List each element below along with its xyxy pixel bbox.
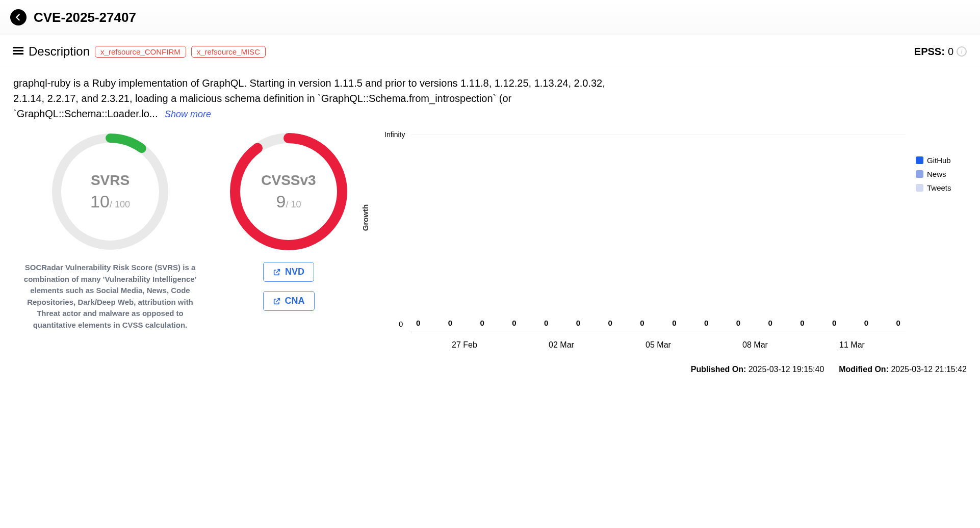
legend-item[interactable]: GitHub [916,156,967,165]
chart-point-labels: 0000000000000000 [416,319,900,327]
epss-value: 0 [948,46,953,58]
svrs-panel: SVRS 10/ 100 SOCRadar Vulnerability Risk… [13,130,207,331]
chart-point-label: 0 [448,319,452,327]
show-more-link[interactable]: Show more [165,109,211,119]
legend-item[interactable]: Tweets [916,183,967,192]
chart-point-label: 0 [800,319,804,327]
chart-x-labels: 27 Feb02 Mar05 Mar08 Mar11 Mar [416,340,900,350]
chart-point-label: 0 [544,319,548,327]
chart-point-label: 0 [480,319,484,327]
page-title: CVE-2025-27407 [34,10,136,25]
chart-x-label: 27 Feb [416,340,513,350]
legend-swatch [916,184,923,192]
chart-point-label: 0 [608,319,612,327]
arrow-left-icon [14,13,23,22]
chart-x-label: 11 Mar [804,340,900,350]
epss-score: EPSS: 0 i [914,46,967,58]
chart-x-label: 05 Mar [610,340,707,350]
modified-value: 2025-03-12 21:15:42 [891,365,967,374]
growth-chart: Growth Infinity 0 0000000000000000 27 Fe… [370,130,967,350]
legend-swatch [916,170,923,178]
cvss-label: CVSSv3 [261,172,316,189]
info-icon[interactable]: i [957,46,967,57]
chart-point-label: 0 [672,319,676,327]
svrs-max: / 100 [110,199,130,209]
description-body: graphql-ruby is a Ruby implementation of… [13,77,605,119]
chart-ylabel: Growth [361,204,370,231]
chart-point-label: 0 [704,319,708,327]
cvss-gauge: CVSSv3 9/ 10 [227,130,350,253]
svrs-gauge: SVRS 10/ 100 [49,130,171,253]
description-text: graphql-ruby is a Ruby implementation of… [0,66,632,130]
legend-label: News [927,170,946,178]
chart-point-label: 0 [864,319,868,327]
chart-point-label: 0 [768,319,772,327]
list-icon [13,47,23,56]
chart-x-axis [411,331,906,331]
epss-label: EPSS: [914,46,945,58]
published-value: 2025-03-12 19:15:40 [749,365,824,374]
nvd-link[interactable]: NVD [263,262,314,282]
cvss-score: 9 [276,192,286,211]
chart-point-label: 0 [832,319,836,327]
external-link-icon [273,268,281,276]
cna-link[interactable]: CNA [263,291,315,311]
chart-legend: GitHubNewsTweets [916,156,967,350]
chart-x-label: 02 Mar [513,340,610,350]
external-link-icon [273,297,281,305]
chart-y-max: Infinity [384,130,405,139]
chart-point-label: 0 [416,319,420,327]
published-label: Published On: [691,365,746,374]
cvss-panel: CVSSv3 9/ 10 NVD CNA [222,130,355,311]
svrs-score: 10 [90,192,110,211]
legend-item[interactable]: News [916,170,967,178]
chart-point-label: 0 [512,319,516,327]
description-heading: Description [29,44,90,59]
dates-footer: Published On: 2025-03-12 19:15:40 Modifi… [0,350,980,379]
cvss-max: / 10 [286,199,301,209]
back-button[interactable] [10,9,27,25]
legend-label: GitHub [927,156,951,165]
chart-point-label: 0 [576,319,580,327]
chart-x-label: 08 Mar [707,340,804,350]
tag-refsource-confirm[interactable]: x_refsource_CONFIRM [95,46,186,58]
svrs-description: SOCRadar Vulnerability Risk Score (SVRS)… [18,262,202,331]
legend-label: Tweets [927,183,951,192]
cna-link-label: CNA [285,296,305,306]
nvd-link-label: NVD [285,267,304,277]
chart-point-label: 0 [896,319,900,327]
legend-swatch [916,156,923,164]
tag-refsource-misc[interactable]: x_refsource_MISC [191,46,266,58]
chart-point-label: 0 [640,319,644,327]
chart-y-min: 0 [399,320,403,328]
chart-point-label: 0 [736,319,740,327]
modified-label: Modified On: [839,365,889,374]
chart-gridline [411,135,906,135]
svrs-label: SVRS [91,172,130,189]
